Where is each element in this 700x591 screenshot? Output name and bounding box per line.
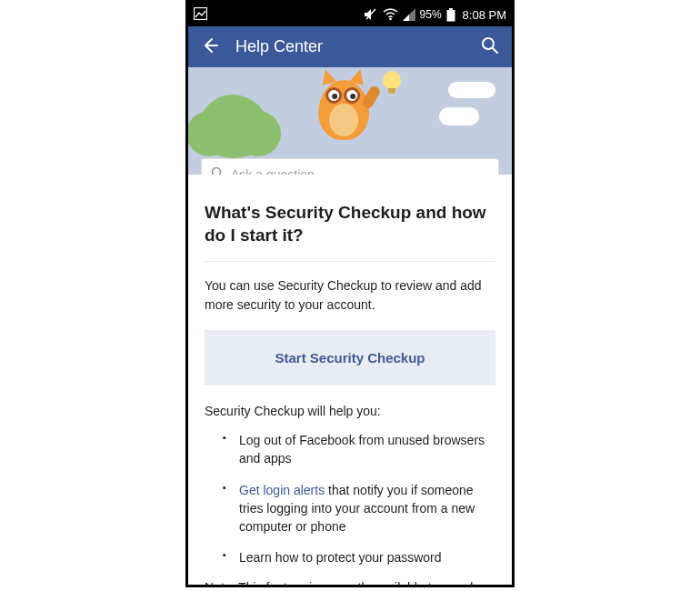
- signal-icon: [403, 8, 415, 21]
- start-security-checkup-button[interactable]: Start Security Checkup: [205, 330, 495, 386]
- help-list: Log out of Facebook from unused browsers…: [205, 431, 495, 567]
- article-note: Note: This feature is currently availabl…: [205, 580, 495, 585]
- owl-illustration: [313, 71, 375, 144]
- divider: [205, 261, 495, 262]
- hero-banner: [188, 67, 512, 175]
- article-subhead: Security Checkup will help you:: [205, 404, 495, 418]
- search-box[interactable]: [201, 158, 499, 175]
- status-bar: 95% 8:08 PM: [188, 3, 512, 26]
- app-bar-title: Help Center: [235, 37, 465, 56]
- bush-illustration: [197, 95, 270, 158]
- svg-rect-6: [449, 8, 453, 10]
- svg-marker-5: [403, 15, 409, 21]
- phone-frame: 95% 8:08 PM Help Center: [185, 0, 515, 587]
- cloud-illustration: [439, 107, 479, 125]
- cloud-illustration: [448, 82, 495, 98]
- list-item: Log out of Facebook from unused browsers…: [226, 431, 495, 468]
- wifi-icon: [383, 8, 398, 21]
- list-item: Learn how to protect your password: [226, 548, 495, 566]
- svg-rect-7: [446, 10, 455, 22]
- lightbulb-icon: [383, 71, 401, 89]
- search-icon[interactable]: [481, 36, 499, 58]
- battery-icon: [446, 8, 455, 22]
- picture-icon: [194, 7, 207, 23]
- search-input[interactable]: [231, 167, 489, 175]
- list-item: Get login alerts that notify you if some…: [226, 481, 495, 536]
- content-scroll[interactable]: What's Security Checkup and how do I sta…: [188, 175, 512, 585]
- article-lead: You can use Security Checkup to review a…: [205, 276, 495, 314]
- status-clock: 8:08 PM: [463, 8, 506, 22]
- back-arrow-icon[interactable]: [201, 36, 219, 58]
- magnify-icon: [211, 166, 224, 175]
- login-alerts-link[interactable]: Get login alerts: [239, 483, 325, 497]
- svg-point-3: [389, 18, 392, 21]
- article-title: What's Security Checkup and how do I sta…: [205, 202, 495, 246]
- battery-percent: 95%: [420, 8, 442, 21]
- app-bar: Help Center: [188, 26, 512, 67]
- svg-point-10: [213, 168, 221, 175]
- svg-line-9: [493, 48, 497, 53]
- svg-point-8: [483, 38, 494, 49]
- mute-icon: [364, 8, 378, 21]
